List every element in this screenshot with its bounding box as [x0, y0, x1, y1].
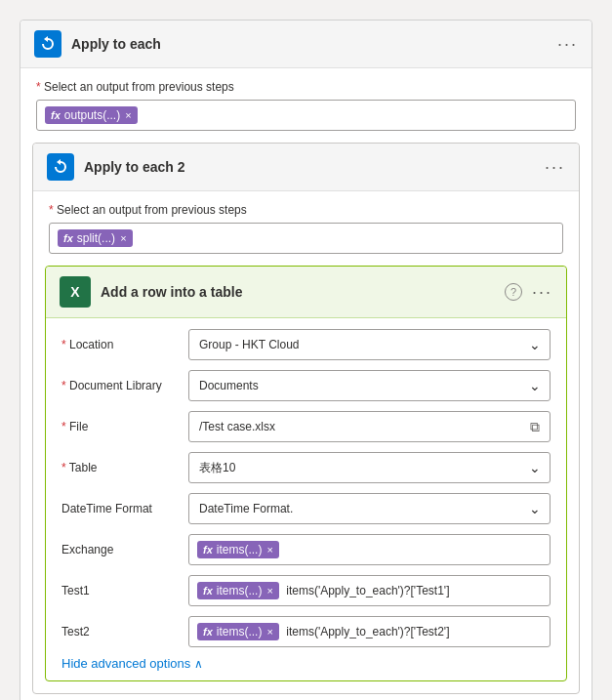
exchange-fx-icon: fx	[203, 544, 213, 556]
fx-icon-1: fx	[51, 109, 61, 121]
exchange-control: fx items(...) ×	[188, 534, 551, 565]
test2-chip-label: items(...)	[217, 625, 263, 638]
test2-label: Test2	[61, 625, 188, 638]
location-label: Location	[61, 338, 188, 351]
apply-each-2-chip-row[interactable]: fx split(...) ×	[49, 223, 563, 254]
apply-each-1-output-label: Select an output from previous steps	[36, 80, 576, 94]
apply-each-1-chip-row[interactable]: fx outputs(...) ×	[36, 100, 576, 131]
test1-fx-icon: fx	[203, 585, 213, 597]
doc-library-select-wrapper: Documents	[188, 370, 551, 401]
loop-icon-2	[47, 153, 74, 181]
test2-fx-icon: fx	[203, 626, 213, 638]
doc-library-control: Documents	[188, 370, 551, 401]
loop-icon-1	[34, 30, 61, 58]
apply-each-1-title: Apply to each	[71, 36, 557, 52]
datetime-control: DateTime Format.	[188, 493, 551, 524]
test1-row: Test1 fx items(...) × items('Apply_	[61, 574, 551, 607]
advanced-options-link[interactable]: Hide advanced options ∧	[61, 656, 551, 671]
apply-each-2-title: Apply to each 2	[84, 159, 545, 175]
test1-control: fx items(...) × items('Apply_to_each')?[…	[188, 575, 551, 606]
excel-action-container: X Add a row into a table ? ··· Loca	[45, 266, 567, 681]
folder-icon: ⧉	[530, 419, 540, 435]
advanced-options-label: Hide advanced options	[61, 656, 190, 671]
test1-value-row[interactable]: fx items(...) × items('Apply_to_each')?[…	[188, 575, 551, 606]
datetime-select-wrapper: DateTime Format.	[188, 493, 551, 524]
doc-library-row: Document Library Documents	[61, 369, 551, 402]
exchange-chip[interactable]: fx items(...) ×	[197, 541, 279, 558]
doc-library-select[interactable]: Documents	[188, 370, 551, 401]
exchange-chip-close[interactable]: ×	[266, 544, 272, 556]
file-control: /Test case.xlsx ⧉	[188, 411, 551, 442]
datetime-row: DateTime Format DateTime Format.	[61, 492, 551, 525]
apply-each-2-header: Apply to each 2 ···	[33, 144, 579, 191]
exchange-row: Exchange fx items(...) ×	[61, 533, 551, 566]
excel-action-more[interactable]: ···	[532, 282, 552, 303]
table-row: Table 表格10	[61, 451, 551, 484]
apply-each-1-chip-label: outputs(...)	[64, 108, 120, 122]
fx-icon-2: fx	[63, 232, 73, 244]
exchange-chip-label: items(...)	[217, 543, 263, 556]
location-row: Location Group - HKT Cloud	[61, 328, 551, 361]
canvas: Apply to each ··· Select an output from …	[10, 10, 602, 700]
help-icon[interactable]: ?	[505, 283, 522, 301]
advanced-options-container: Hide advanced options ∧	[61, 656, 551, 671]
chevron-up-icon: ∧	[194, 657, 203, 671]
apply-each-1-chip[interactable]: fx outputs(...) ×	[45, 106, 138, 124]
datetime-select[interactable]: DateTime Format.	[188, 493, 551, 524]
apply-each-2-block: Apply to each 2 ··· Select an output fro…	[32, 143, 580, 694]
file-row: File /Test case.xlsx ⧉	[61, 410, 551, 443]
excel-action-title: Add a row into a table	[101, 284, 505, 300]
apply-each-1-block: Apply to each ··· Select an output from …	[20, 20, 592, 700]
exchange-label: Exchange	[61, 543, 188, 556]
test1-chip-close[interactable]: ×	[266, 585, 272, 597]
test2-chip[interactable]: fx items(...) ×	[197, 623, 279, 640]
apply-each-2-chip-label: split(...)	[77, 231, 115, 245]
apply-each-2-chip[interactable]: fx split(...) ×	[58, 229, 133, 247]
apply-each-1-body: Select an output from previous steps fx …	[20, 68, 592, 143]
test2-expr: items('Apply_to_each')?['Test2']	[283, 625, 450, 638]
exchange-value-row[interactable]: fx items(...) ×	[188, 534, 551, 565]
apply-each-1-chip-close[interactable]: ×	[125, 109, 131, 121]
location-control: Group - HKT Cloud	[188, 329, 551, 360]
file-input[interactable]: /Test case.xlsx ⧉	[188, 411, 551, 442]
action-header-right: ? ···	[505, 282, 552, 303]
datetime-label: DateTime Format	[61, 502, 188, 515]
table-label: Table	[61, 461, 188, 474]
test2-chip-close[interactable]: ×	[266, 626, 272, 638]
doc-library-label: Document Library	[61, 379, 188, 392]
apply-each-2-output-label: Select an output from previous steps	[49, 203, 563, 217]
test2-row: Test2 fx items(...) × items('Apply_	[61, 615, 551, 648]
apply-each-2-body: Select an output from previous steps fx …	[33, 191, 579, 266]
table-select[interactable]: 表格10	[188, 452, 551, 483]
file-value: /Test case.xlsx	[199, 420, 275, 433]
test2-value-row[interactable]: fx items(...) × items('Apply_to_each')?[…	[188, 616, 551, 647]
excel-icon: X	[60, 276, 91, 308]
excel-action-header: X Add a row into a table ? ···	[46, 267, 566, 318]
test1-expr: items('Apply_to_each')?['Test1']	[283, 584, 450, 597]
apply-each-1-header: Apply to each ···	[20, 21, 592, 68]
location-select[interactable]: Group - HKT Cloud	[188, 329, 551, 360]
apply-each-2-container: Apply to each 2 ··· Select an output fro…	[32, 143, 580, 694]
location-select-wrapper: Group - HKT Cloud	[188, 329, 551, 360]
test1-label: Test1	[61, 584, 188, 597]
file-label: File	[61, 420, 188, 433]
table-select-wrapper: 表格10	[188, 452, 551, 483]
apply-each-2-more[interactable]: ···	[545, 157, 565, 178]
excel-action-block: X Add a row into a table ? ··· Loca	[45, 266, 567, 681]
table-control: 表格10	[188, 452, 551, 483]
test1-chip[interactable]: fx items(...) ×	[197, 582, 279, 599]
apply-each-2-chip-close[interactable]: ×	[120, 232, 126, 244]
test1-chip-label: items(...)	[217, 584, 263, 597]
excel-action-body: Location Group - HKT Cloud	[46, 318, 566, 680]
excel-letter: X	[70, 284, 79, 300]
test2-control: fx items(...) × items('Apply_to_each')?[…	[188, 616, 551, 647]
apply-each-1-more[interactable]: ···	[557, 34, 578, 55]
